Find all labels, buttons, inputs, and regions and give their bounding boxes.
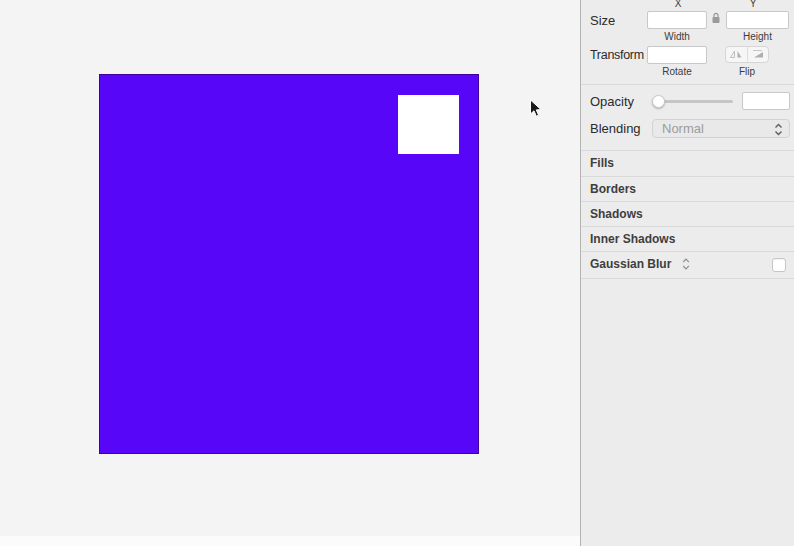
- blur-type-chevron-icon[interactable]: [678, 259, 689, 273]
- lock-icon[interactable]: [711, 12, 721, 28]
- rotate-input[interactable]: [647, 46, 707, 64]
- mouse-cursor-icon: [529, 99, 542, 122]
- rotate-caption: Rotate: [647, 66, 707, 77]
- section-gaussian-blur[interactable]: Gaussian Blur: [581, 251, 794, 279]
- blending-dropdown[interactable]: Normal: [652, 119, 790, 138]
- gaussian-blur-label: Gaussian Blur: [590, 257, 671, 271]
- y-caption: Y: [745, 0, 761, 9]
- blending-label: Blending: [590, 121, 641, 136]
- section-shadows[interactable]: Shadows: [581, 201, 794, 226]
- flip-horizontal-button[interactable]: [726, 47, 747, 62]
- size-label: Size: [590, 13, 615, 28]
- section-fills[interactable]: Fills: [581, 150, 794, 176]
- width-caption: Width: [647, 31, 707, 42]
- section-inner-shadows[interactable]: Inner Shadows: [581, 226, 794, 251]
- separator: [581, 84, 794, 85]
- width-input[interactable]: [647, 11, 707, 29]
- x-caption: X: [670, 0, 686, 9]
- opacity-label: Opacity: [590, 94, 634, 109]
- transform-label: Transform: [590, 48, 644, 62]
- blending-dropdown-value: Normal: [662, 121, 704, 136]
- opacity-slider-thumb[interactable]: [652, 95, 665, 108]
- app-window: X Y Size Width Height Transform: [0, 0, 794, 546]
- height-caption: Height: [726, 31, 789, 42]
- flip-horizontal-icon: [729, 47, 743, 62]
- flip-caption: Flip: [725, 66, 769, 77]
- flip-vertical-button[interactable]: [747, 47, 769, 62]
- flip-segmented-control: [725, 46, 769, 63]
- gaussian-blur-checkbox[interactable]: [772, 258, 786, 272]
- inspector-panel: X Y Size Width Height Transform: [581, 0, 794, 546]
- chevron-up-down-icon: [774, 123, 783, 140]
- canvas-bottom-strip: [0, 536, 580, 546]
- opacity-input[interactable]: [742, 92, 790, 110]
- canvas-rectangle-shape[interactable]: [99, 74, 479, 454]
- height-input[interactable]: [726, 11, 789, 29]
- canvas-square-shape[interactable]: [398, 95, 459, 154]
- section-borders[interactable]: Borders: [581, 176, 794, 201]
- flip-vertical-icon: [751, 47, 764, 62]
